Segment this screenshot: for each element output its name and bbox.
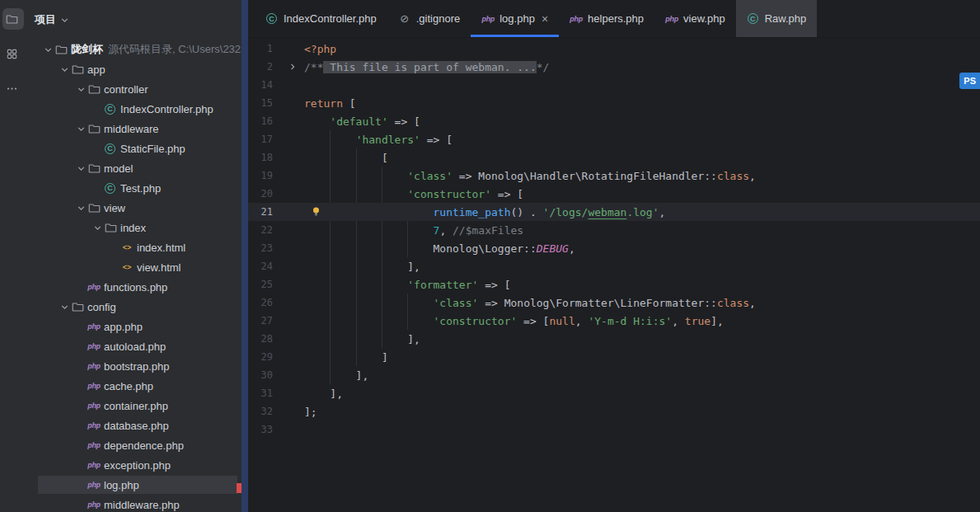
editor-tab[interactable]: phphelpers.php bbox=[559, 0, 654, 37]
tree-item[interactable]: phplog.php bbox=[26, 475, 241, 495]
code-line[interactable]: 15return [ bbox=[248, 94, 980, 112]
code-line[interactable]: 17 'handlers' => [ bbox=[248, 130, 980, 148]
code-line[interactable]: 2/** This file is part of webman. ...*/ bbox=[248, 58, 980, 76]
chevron-down-icon[interactable] bbox=[58, 301, 71, 313]
line-number[interactable]: 20 bbox=[248, 188, 273, 200]
chevron-down-icon[interactable] bbox=[91, 222, 104, 234]
tree-item[interactable]: <>index.html bbox=[26, 237, 241, 257]
code-line[interactable]: 21 runtime_path() . '/logs/webman.log', bbox=[248, 203, 980, 221]
line-number[interactable]: 25 bbox=[248, 279, 273, 290]
tree-item[interactable]: <>view.html bbox=[26, 257, 241, 277]
code-line[interactable]: 26 'class' => Monolog\Formatter\LineForm… bbox=[248, 294, 980, 312]
line-number[interactable]: 30 bbox=[248, 369, 273, 381]
code-token: ], bbox=[304, 333, 420, 345]
code-line[interactable]: 31 ], bbox=[248, 384, 980, 402]
code-line[interactable]: 19 'class' => Monolog\Handler\RotatingFi… bbox=[248, 167, 980, 185]
fold-indicator[interactable] bbox=[273, 61, 304, 73]
editor-tab[interactable]: ⊘.gitignore bbox=[387, 0, 471, 37]
tree-item[interactable]: phpexception.php bbox=[26, 455, 241, 475]
chevron-down-icon[interactable] bbox=[74, 202, 87, 214]
tree-item[interactable]: phpdatabase.php bbox=[26, 416, 241, 435]
code-editor[interactable]: 1<?php2/** This file is part of webman. … bbox=[248, 38, 980, 512]
intention-bulb-icon[interactable] bbox=[311, 206, 321, 219]
code-line[interactable]: 22 7, //$maxFiles bbox=[248, 221, 980, 239]
tree-item[interactable]: model bbox=[26, 158, 241, 178]
chevron-down-icon[interactable] bbox=[74, 162, 87, 175]
line-number[interactable]: 22 bbox=[248, 224, 273, 236]
chevron-down-icon[interactable] bbox=[74, 123, 87, 135]
tree-item[interactable]: index bbox=[26, 218, 241, 237]
editor-tab[interactable]: CIndexController.php bbox=[255, 0, 387, 37]
code-line[interactable]: 20 'constructor' => [ bbox=[248, 185, 980, 203]
code-line[interactable]: 1<?php bbox=[248, 40, 980, 58]
chevron-down-icon[interactable] bbox=[41, 44, 54, 56]
line-number[interactable]: 26 bbox=[248, 297, 273, 308]
code-line[interactable]: 24 ], bbox=[248, 257, 980, 275]
code-token: => Monolog\Handler\RotatingFileHandler:: bbox=[452, 170, 717, 182]
code-line[interactable]: 33 bbox=[248, 420, 980, 439]
tree-item[interactable]: phpautoload.php bbox=[26, 336, 241, 356]
editor-tab[interactable]: CRaw.php bbox=[736, 0, 818, 37]
close-icon[interactable]: × bbox=[542, 13, 548, 25]
ps-badge[interactable]: PS bbox=[959, 73, 980, 89]
tree-item[interactable]: CIndexController.php bbox=[26, 99, 241, 119]
line-number[interactable]: 2 bbox=[248, 61, 273, 73]
line-number[interactable]: 16 bbox=[248, 115, 273, 127]
line-number[interactable]: 21 bbox=[248, 206, 273, 218]
code-line[interactable]: 25 'formatter' => [ bbox=[248, 275, 980, 294]
line-number[interactable]: 33 bbox=[248, 424, 273, 435]
chevron-down-icon[interactable] bbox=[58, 63, 71, 76]
panel-splitter[interactable] bbox=[241, 0, 248, 512]
line-number[interactable]: 19 bbox=[248, 170, 273, 181]
php-icon: php bbox=[481, 12, 495, 26]
line-number[interactable]: 32 bbox=[248, 406, 273, 417]
code-token: , bbox=[439, 224, 452, 237]
tree-item[interactable]: phpfunctions.php bbox=[26, 277, 241, 297]
tree-item[interactable]: phpcontainer.php bbox=[26, 396, 241, 416]
line-number[interactable]: 28 bbox=[248, 333, 273, 345]
code-line[interactable]: 18 [ bbox=[248, 148, 980, 167]
code-line[interactable]: 30 ], bbox=[248, 366, 980, 384]
code-line[interactable]: 32]; bbox=[248, 402, 980, 420]
tree-item[interactable]: controller bbox=[26, 79, 241, 99]
code-line[interactable]: 27 'constructor' => [null, 'Y-m-d H:i:s'… bbox=[248, 312, 980, 330]
class-icon: C bbox=[266, 13, 277, 24]
grid-tool-button[interactable] bbox=[2, 43, 24, 64]
tree-item[interactable]: phpcache.php bbox=[26, 376, 241, 396]
tree-item[interactable]: middleware bbox=[26, 119, 241, 139]
tree-item[interactable]: CTest.php bbox=[26, 178, 241, 198]
more-tool-button[interactable] bbox=[2, 78, 24, 99]
tree-item[interactable]: phpapp.php bbox=[26, 317, 241, 336]
project-folder-tool-button[interactable] bbox=[2, 8, 24, 30]
line-number[interactable]: 1 bbox=[248, 43, 273, 54]
line-number[interactable]: 24 bbox=[248, 261, 273, 272]
line-number[interactable]: 18 bbox=[248, 152, 273, 163]
tree-item[interactable]: phpmiddleware.php bbox=[26, 495, 241, 512]
tree-item[interactable]: 陇剑杯源代码根目录, C:\Users\23232 bbox=[26, 40, 241, 59]
tree-item[interactable]: CStaticFile.php bbox=[26, 139, 241, 158]
code-line[interactable]: 16 'default' => [ bbox=[248, 112, 980, 130]
line-number[interactable]: 23 bbox=[248, 242, 273, 254]
code-line[interactable]: 23 Monolog\Logger::DEBUG, bbox=[248, 239, 980, 257]
line-number[interactable]: 31 bbox=[248, 388, 273, 399]
php-icon: php bbox=[87, 478, 101, 491]
editor-tab[interactable]: phpview.php bbox=[654, 0, 736, 37]
code-line[interactable]: 14 bbox=[248, 76, 980, 94]
code-line[interactable]: 29 ] bbox=[248, 348, 980, 366]
tree-item-label: StaticFile.php bbox=[120, 143, 185, 155]
line-number[interactable]: 29 bbox=[248, 351, 273, 363]
line-number[interactable]: 15 bbox=[248, 97, 273, 109]
chevron-down-icon[interactable] bbox=[74, 83, 87, 96]
editor-tab[interactable]: phplog.php× bbox=[471, 0, 559, 37]
tree-item[interactable]: app bbox=[26, 59, 241, 79]
code-text: [ bbox=[304, 152, 388, 164]
tree-item[interactable]: view bbox=[26, 198, 241, 218]
tree-item[interactable]: phpdependence.php bbox=[26, 435, 241, 455]
line-number[interactable]: 27 bbox=[248, 315, 273, 326]
line-number[interactable]: 17 bbox=[248, 134, 273, 145]
tree-item[interactable]: config bbox=[26, 297, 241, 317]
code-line[interactable]: 28 ], bbox=[248, 330, 980, 348]
project-panel-header[interactable]: 项目 bbox=[26, 0, 241, 40]
tree-item[interactable]: phpbootstrap.php bbox=[26, 356, 241, 376]
line-number[interactable]: 14 bbox=[248, 79, 273, 91]
